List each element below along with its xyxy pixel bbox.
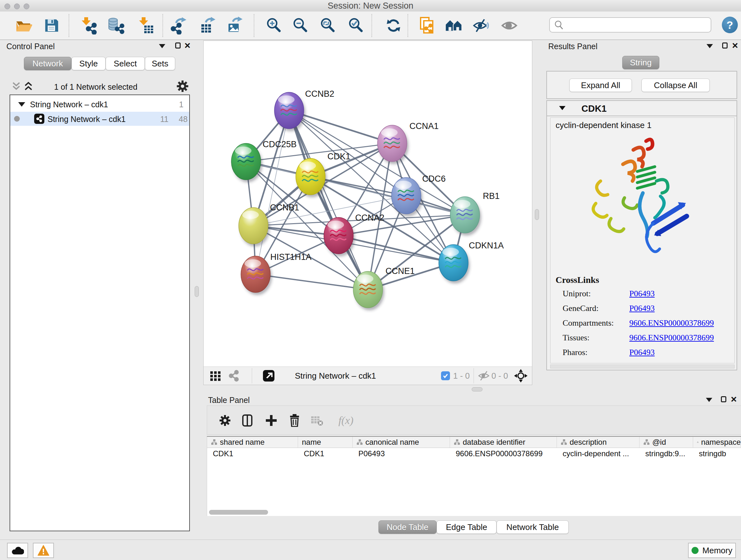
delete-table-button[interactable] [309, 412, 325, 429]
network-node-ccne1[interactable]: CCNE1 [353, 266, 415, 310]
cell-description[interactable]: cyclin-dependent ... [557, 448, 639, 459]
network-edge[interactable] [289, 111, 368, 290]
tab-edge-table[interactable]: Edge Table [436, 520, 496, 534]
column-header[interactable]: canonical name [353, 437, 450, 448]
eye-slash-icon [473, 17, 490, 34]
left-splitter-handle[interactable] [195, 286, 199, 297]
panel-close-icon[interactable]: × [731, 394, 737, 404]
tab-node-table[interactable]: Node Table [379, 520, 436, 534]
expand-all-button[interactable]: Expand All [569, 78, 632, 92]
horizontal-scrollbar[interactable] [550, 365, 735, 368]
clone-network-button[interactable] [418, 16, 435, 35]
collapse-all-button[interactable]: Collapse All [642, 78, 710, 92]
tab-network-table[interactable]: Network Table [496, 520, 569, 534]
tree-expand-icon[interactable] [18, 102, 25, 107]
network-node-cdc6[interactable]: CDC6 [392, 174, 446, 216]
cell-name[interactable]: CDK1 [298, 448, 353, 459]
tab-sets[interactable]: Sets [145, 57, 175, 70]
network-edge[interactable] [339, 236, 454, 263]
zoom-in-button[interactable] [265, 16, 283, 35]
grid-view-button[interactable] [209, 367, 222, 385]
network-canvas[interactable]: CCNB2CCNA1CDC25BCDK1CDC6RB1CCNB1CCNA2CDK… [204, 41, 532, 367]
network-share-view-button[interactable] [228, 367, 240, 385]
table-export-icon [199, 17, 217, 35]
zoom-selected-button[interactable] [347, 16, 365, 35]
export-network-button[interactable] [171, 16, 188, 35]
cloud-icon [11, 546, 24, 555]
import-table-button[interactable] [136, 16, 154, 35]
tab-select[interactable]: Select [106, 57, 145, 70]
crosslink-link[interactable]: 9606.ENSP00000378699 [629, 318, 714, 328]
search-input[interactable] [566, 18, 711, 32]
table-horizontal-scrollbar[interactable] [209, 510, 268, 515]
panel-menu-icon[interactable] [706, 44, 713, 48]
crosslink-link[interactable]: P06493 [629, 348, 655, 357]
network-node-cdkn1a[interactable]: CDKN1A [439, 241, 504, 284]
warnings-button[interactable] [33, 543, 54, 558]
help-button[interactable]: ? [722, 17, 738, 33]
network-node-rb1[interactable]: RB1 [450, 191, 500, 236]
import-network-from-database-button[interactable] [107, 16, 125, 35]
column-header[interactable]: shared name [207, 437, 298, 448]
pan-mode-button[interactable] [514, 367, 528, 385]
cell-database-identifier[interactable]: 9606.ENSP00000378699 [450, 448, 557, 459]
network-collection-count: 1 [179, 100, 184, 109]
panel-close-icon[interactable]: × [732, 41, 738, 50]
panel-float-icon[interactable] [722, 43, 728, 49]
cloud-button[interactable] [7, 543, 28, 558]
show-all-button[interactable] [500, 16, 518, 35]
create-column-button[interactable] [263, 412, 280, 429]
protein-card-header[interactable]: CDK1 [547, 101, 737, 116]
zoom-fit-button[interactable] [319, 16, 337, 35]
export-table-button[interactable] [199, 16, 217, 35]
panel-close-icon[interactable]: × [185, 41, 191, 50]
export-image-button[interactable] [226, 16, 244, 35]
panel-float-icon[interactable] [175, 43, 181, 49]
right-splitter-handle[interactable] [535, 209, 539, 220]
hide-selected-button[interactable] [473, 16, 490, 35]
zoom-out-button[interactable] [291, 16, 309, 35]
selected-nodes-indicator[interactable] [441, 367, 450, 385]
cell-shared-name[interactable]: CDK1 [207, 448, 298, 459]
cell-namespace[interactable]: stringdb [693, 448, 741, 459]
import-network-button[interactable] [79, 16, 97, 35]
column-header[interactable]: name [298, 437, 353, 448]
save-session-button[interactable] [43, 16, 60, 35]
bottom-splitter-handle[interactable] [472, 387, 482, 391]
column-header[interactable]: description [557, 437, 639, 448]
panel-menu-icon[interactable] [706, 398, 712, 402]
tab-string[interactable]: String [622, 56, 659, 69]
panel-menu-icon[interactable] [159, 44, 165, 48]
apply-layout-button[interactable] [385, 16, 402, 35]
network-node-hist1h1a[interactable]: HIST1H1A [241, 252, 312, 295]
cell-id[interactable]: stringdb:9... [639, 448, 693, 459]
function-builder-button[interactable]: f(x) [332, 412, 360, 429]
column-header[interactable]: @id [639, 437, 693, 448]
network-row-selected[interactable]: String Network – cdk1 11 48 [10, 112, 189, 126]
column-header[interactable]: database identifier [450, 437, 557, 448]
network-node-ccna1[interactable]: CCNA1 [378, 121, 439, 164]
tab-network[interactable]: Network [24, 57, 71, 70]
gear-icon[interactable] [177, 80, 189, 92]
birdseye-view-button[interactable] [262, 367, 275, 385]
column-label: description [569, 438, 607, 447]
panel-float-icon[interactable] [721, 396, 726, 402]
crosslink-link[interactable]: P06493 [629, 304, 655, 313]
table-row[interactable]: CDK1 CDK1 P06493 9606.ENSP00000378699 cy… [207, 448, 741, 459]
table-settings-button[interactable] [217, 412, 233, 429]
memory-button[interactable]: Memory [688, 543, 736, 558]
column-header[interactable]: namespace [693, 437, 741, 448]
show-columns-button[interactable] [239, 412, 256, 429]
open-session-button[interactable] [15, 16, 32, 35]
hidden-indicator[interactable] [477, 367, 490, 385]
crosslink-link[interactable]: P06493 [629, 289, 655, 299]
network-edge[interactable] [256, 274, 368, 290]
tab-style[interactable]: Style [71, 57, 106, 70]
collapse-entry-icon[interactable] [559, 106, 565, 110]
crosslink-link[interactable]: 9606.ENSP00000378699 [629, 333, 714, 343]
network-node-ccna2[interactable]: CCNA2 [324, 213, 385, 256]
cell-canonical-name[interactable]: P06493 [353, 448, 450, 459]
delete-columns-button[interactable] [286, 412, 303, 429]
first-neighbors-button[interactable] [445, 16, 463, 35]
network-collection-row[interactable]: String Network – cdk1 1 [10, 98, 189, 112]
